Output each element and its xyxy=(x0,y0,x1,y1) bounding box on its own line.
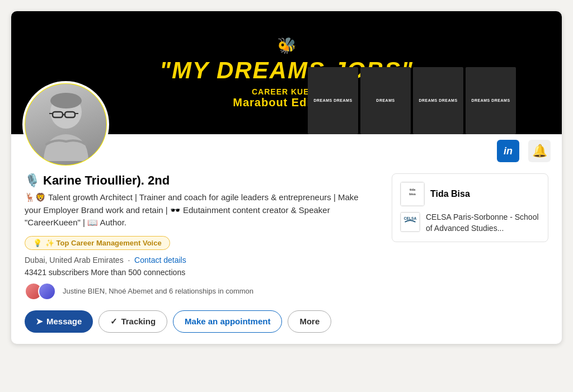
badge-emoji: 💡 xyxy=(33,239,42,247)
book-2: DREAMS xyxy=(360,67,411,134)
location-text: Dubai, United Arab Emirates xyxy=(25,256,124,265)
action-buttons: ➤ Message ✓ Tracking Make an appointment… xyxy=(25,310,375,333)
book-label-1: DREAMS DREAMS xyxy=(313,98,352,103)
appointment-button[interactable]: Make an appointment xyxy=(173,310,282,333)
svg-point-6 xyxy=(50,93,82,108)
linkedin-icon[interactable]: in xyxy=(497,140,519,162)
profile-name-text: Karine Trioullier). 2nd xyxy=(43,173,170,188)
book-1: DREAMS DREAMS xyxy=(308,67,358,134)
svg-rect-10 xyxy=(401,212,420,232)
profile-name: 🎙️ Karine Trioullier). 2nd xyxy=(25,173,375,188)
svg-text:CELSA: CELSA xyxy=(404,216,417,220)
profile-area: 🎙️ Karine Trioullier). 2nd 🦌🦁 Talent gro… xyxy=(11,168,562,344)
company-row: tida bisa Tida Bisa xyxy=(400,182,540,206)
company-logo: tida bisa xyxy=(400,182,425,206)
side-company-card: tida bisa Tida Bisa CELSA xyxy=(392,173,548,242)
svg-text:bisa: bisa xyxy=(409,192,416,196)
edu-row: CELSA CELSA Paris-Sorbonne - School of A… xyxy=(400,212,540,234)
more-button[interactable]: More xyxy=(288,310,331,333)
bee-icon: 🐝 xyxy=(277,36,297,55)
notification-bell-icon[interactable]: 🔔 xyxy=(528,140,551,162)
profile-headline: 🦌🦁 Talent growth Architect | Trainer and… xyxy=(25,191,375,229)
mutual-avatars xyxy=(25,282,51,300)
profile-location: Dubai, United Arab Emirates · Contact de… xyxy=(25,256,375,265)
top-right-icons: in 🔔 xyxy=(497,140,551,162)
banner-wrapper: 🐝 "MY DREAMS JOBS" CAREER KUEEN Marabout… xyxy=(11,11,562,134)
top-voice-badge: 💡 ✨ Top Career Management Voice xyxy=(25,236,170,250)
profile-card: 🐝 "MY DREAMS JOBS" CAREER KUEEN Marabout… xyxy=(11,11,562,344)
message-button[interactable]: ➤ Message xyxy=(25,310,93,333)
book-label-2: DREAMS xyxy=(376,98,394,103)
book-3: DREAMS DREAMS xyxy=(413,67,463,134)
message-icon: ➤ xyxy=(36,317,43,327)
avatar xyxy=(22,81,109,168)
avatar-image xyxy=(32,88,100,161)
svg-text:tida: tida xyxy=(410,188,416,191)
mutual-connections: Justine BIEN, Nhoé Abemet and 6 relation… xyxy=(25,282,375,300)
badge-text: ✨ Top Career Management Voice xyxy=(45,239,162,247)
appointment-label: Make an appointment xyxy=(185,317,270,326)
more-label: More xyxy=(299,317,320,326)
mutual-text: Justine BIEN, Nhoé Abemet and 6 relation… xyxy=(63,287,253,295)
avatar-inner xyxy=(25,84,106,165)
message-label: Message xyxy=(46,317,82,326)
edu-logo: CELSA xyxy=(400,212,420,232)
book-label-4: DREAMS DREAMS xyxy=(471,98,510,103)
profile-stats: 43421 subscribers More than 500 connecti… xyxy=(25,268,375,277)
book-label-3: DREAMS DREAMS xyxy=(419,98,457,103)
profile-top-row: 🎙️ Karine Trioullier). 2nd 🦌🦁 Talent gro… xyxy=(25,168,548,344)
tracking-label: Tracking xyxy=(121,317,156,326)
mutual-avatar-2 xyxy=(38,282,56,300)
edu-name: CELSA Paris-Sorbonne - School of Advance… xyxy=(426,212,540,234)
banner-books: DREAMS DREAMS DREAMS DREAMS DREAMS DREAM… xyxy=(307,67,517,134)
book-4: DREAMS DREAMS xyxy=(466,67,516,134)
profile-main: 🎙️ Karine Trioullier). 2nd 🦌🦁 Talent gro… xyxy=(25,168,375,344)
tracking-check-icon: ✓ xyxy=(110,317,118,327)
profile-side: tida bisa Tida Bisa CELSA xyxy=(392,168,548,248)
tracking-button[interactable]: ✓ Tracking xyxy=(98,310,167,333)
company-name: Tida Bisa xyxy=(430,189,470,199)
contact-details-link[interactable]: Contact details xyxy=(134,256,186,265)
profile-name-emoji: 🎙️ xyxy=(25,173,40,188)
